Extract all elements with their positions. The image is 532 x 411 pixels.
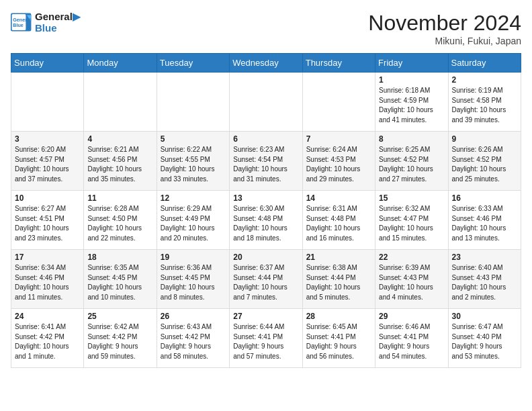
calendar-cell: 14Sunrise: 6:31 AM Sunset: 4:48 PM Dayli… (302, 191, 375, 250)
day-number: 19 (161, 253, 226, 262)
day-info: Sunrise: 6:20 AM Sunset: 4:57 PM Dayligh… (15, 145, 80, 184)
day-info: Sunrise: 6:42 AM Sunset: 4:42 PM Dayligh… (87, 322, 152, 361)
day-number: 11 (87, 193, 152, 203)
day-number: 8 (379, 134, 444, 144)
day-info: Sunrise: 6:22 AM Sunset: 4:55 PM Dayligh… (161, 145, 226, 184)
day-number: 10 (15, 193, 80, 203)
day-number: 3 (15, 134, 80, 144)
title-block: November 2024 Mikuni, Fukui, Japan (368, 11, 521, 46)
calendar-cell: 26Sunrise: 6:43 AM Sunset: 4:42 PM Dayli… (157, 309, 229, 368)
calendar-cell: 29Sunrise: 6:46 AM Sunset: 4:41 PM Dayli… (375, 309, 448, 368)
day-info: Sunrise: 6:19 AM Sunset: 4:58 PM Dayligh… (452, 86, 517, 125)
calendar-week-row: 10Sunrise: 6:27 AM Sunset: 4:51 PM Dayli… (11, 191, 521, 250)
svg-text:Blue: Blue (13, 22, 24, 28)
day-number: 5 (161, 134, 226, 144)
day-number: 1 (379, 75, 444, 85)
day-number: 28 (306, 312, 371, 321)
calendar-cell: 17Sunrise: 6:34 AM Sunset: 4:46 PM Dayli… (11, 250, 84, 309)
calendar-cell: 13Sunrise: 6:30 AM Sunset: 4:48 PM Dayli… (230, 191, 302, 250)
day-number: 6 (233, 134, 298, 144)
weekday-header: Tuesday (157, 54, 229, 73)
logo: General Blue General▶ Blue (11, 11, 81, 34)
calendar-cell: 30Sunrise: 6:47 AM Sunset: 4:40 PM Dayli… (448, 309, 521, 368)
calendar-cell: 10Sunrise: 6:27 AM Sunset: 4:51 PM Dayli… (11, 191, 84, 250)
day-number: 27 (233, 312, 298, 321)
calendar-cell: 28Sunrise: 6:45 AM Sunset: 4:41 PM Dayli… (302, 309, 375, 368)
location: Mikuni, Fukui, Japan (368, 36, 521, 46)
day-number: 23 (452, 253, 517, 262)
weekday-header: Saturday (448, 54, 521, 73)
weekday-header: Monday (84, 54, 157, 73)
day-info: Sunrise: 6:21 AM Sunset: 4:56 PM Dayligh… (87, 145, 152, 184)
day-info: Sunrise: 6:31 AM Sunset: 4:48 PM Dayligh… (306, 204, 371, 243)
day-number: 25 (87, 312, 152, 321)
day-info: Sunrise: 6:32 AM Sunset: 4:47 PM Dayligh… (379, 204, 444, 243)
calendar-cell: 27Sunrise: 6:44 AM Sunset: 4:41 PM Dayli… (230, 309, 302, 368)
day-info: Sunrise: 6:33 AM Sunset: 4:46 PM Dayligh… (452, 204, 517, 243)
day-info: Sunrise: 6:24 AM Sunset: 4:53 PM Dayligh… (306, 145, 371, 184)
day-info: Sunrise: 6:27 AM Sunset: 4:51 PM Dayligh… (15, 204, 80, 243)
calendar-week-row: 1Sunrise: 6:18 AM Sunset: 4:59 PM Daylig… (11, 73, 521, 132)
logo-text: General▶ Blue (35, 11, 81, 34)
day-number: 30 (452, 312, 517, 321)
day-info: Sunrise: 6:26 AM Sunset: 4:52 PM Dayligh… (452, 145, 517, 184)
calendar-cell: 4Sunrise: 6:21 AM Sunset: 4:56 PM Daylig… (84, 132, 157, 191)
calendar-cell: 11Sunrise: 6:28 AM Sunset: 4:50 PM Dayli… (84, 191, 157, 250)
calendar-cell: 15Sunrise: 6:32 AM Sunset: 4:47 PM Dayli… (375, 191, 448, 250)
month-title: November 2024 (368, 11, 521, 36)
day-number: 29 (379, 312, 444, 321)
day-info: Sunrise: 6:41 AM Sunset: 4:42 PM Dayligh… (15, 322, 80, 361)
day-number: 16 (452, 193, 517, 203)
calendar-header-row: SundayMondayTuesdayWednesdayThursdayFrid… (11, 54, 521, 73)
day-info: Sunrise: 6:29 AM Sunset: 4:49 PM Dayligh… (161, 204, 226, 243)
weekday-header: Wednesday (230, 54, 302, 73)
calendar-cell: 25Sunrise: 6:42 AM Sunset: 4:42 PM Dayli… (84, 309, 157, 368)
calendar-cell (84, 73, 157, 132)
calendar-cell: 5Sunrise: 6:22 AM Sunset: 4:55 PM Daylig… (157, 132, 229, 191)
calendar-cell: 19Sunrise: 6:36 AM Sunset: 4:45 PM Dayli… (157, 250, 229, 309)
day-number: 20 (233, 253, 298, 262)
day-info: Sunrise: 6:38 AM Sunset: 4:44 PM Dayligh… (306, 263, 371, 302)
calendar-cell: 7Sunrise: 6:24 AM Sunset: 4:53 PM Daylig… (302, 132, 375, 191)
calendar-week-row: 24Sunrise: 6:41 AM Sunset: 4:42 PM Dayli… (11, 309, 521, 368)
calendar-cell (302, 73, 375, 132)
day-info: Sunrise: 6:47 AM Sunset: 4:40 PM Dayligh… (452, 322, 517, 361)
day-info: Sunrise: 6:46 AM Sunset: 4:41 PM Dayligh… (379, 322, 444, 361)
day-info: Sunrise: 6:44 AM Sunset: 4:41 PM Dayligh… (233, 322, 298, 361)
day-number: 17 (15, 253, 80, 262)
day-info: Sunrise: 6:43 AM Sunset: 4:42 PM Dayligh… (161, 322, 226, 361)
calendar-cell: 21Sunrise: 6:38 AM Sunset: 4:44 PM Dayli… (302, 250, 375, 309)
calendar-cell: 22Sunrise: 6:39 AM Sunset: 4:43 PM Dayli… (375, 250, 448, 309)
day-number: 2 (452, 75, 517, 85)
day-info: Sunrise: 6:25 AM Sunset: 4:52 PM Dayligh… (379, 145, 444, 184)
calendar-cell: 8Sunrise: 6:25 AM Sunset: 4:52 PM Daylig… (375, 132, 448, 191)
weekday-header: Sunday (11, 54, 84, 73)
day-info: Sunrise: 6:39 AM Sunset: 4:43 PM Dayligh… (379, 263, 444, 302)
page-header: General Blue General▶ Blue November 2024… (11, 11, 521, 46)
calendar-cell: 18Sunrise: 6:35 AM Sunset: 4:45 PM Dayli… (84, 250, 157, 309)
day-number: 13 (233, 193, 298, 203)
calendar-cell (11, 73, 84, 132)
day-number: 14 (306, 193, 371, 203)
calendar-cell (157, 73, 229, 132)
day-number: 21 (306, 253, 371, 262)
calendar-cell: 2Sunrise: 6:19 AM Sunset: 4:58 PM Daylig… (448, 73, 521, 132)
calendar-cell: 3Sunrise: 6:20 AM Sunset: 4:57 PM Daylig… (11, 132, 84, 191)
weekday-header: Thursday (302, 54, 375, 73)
day-number: 22 (379, 253, 444, 262)
calendar: SundayMondayTuesdayWednesdayThursdayFrid… (11, 53, 521, 368)
day-info: Sunrise: 6:45 AM Sunset: 4:41 PM Dayligh… (306, 322, 371, 361)
day-info: Sunrise: 6:40 AM Sunset: 4:43 PM Dayligh… (452, 263, 517, 302)
calendar-cell: 1Sunrise: 6:18 AM Sunset: 4:59 PM Daylig… (375, 73, 448, 132)
day-info: Sunrise: 6:23 AM Sunset: 4:54 PM Dayligh… (233, 145, 298, 184)
day-info: Sunrise: 6:34 AM Sunset: 4:46 PM Dayligh… (15, 263, 80, 302)
day-info: Sunrise: 6:18 AM Sunset: 4:59 PM Dayligh… (379, 86, 444, 125)
day-number: 4 (87, 134, 152, 144)
day-number: 15 (379, 193, 444, 203)
day-number: 7 (306, 134, 371, 144)
calendar-cell: 24Sunrise: 6:41 AM Sunset: 4:42 PM Dayli… (11, 309, 84, 368)
day-info: Sunrise: 6:28 AM Sunset: 4:50 PM Dayligh… (87, 204, 152, 243)
calendar-week-row: 3Sunrise: 6:20 AM Sunset: 4:57 PM Daylig… (11, 132, 521, 191)
calendar-cell: 6Sunrise: 6:23 AM Sunset: 4:54 PM Daylig… (230, 132, 302, 191)
day-number: 18 (87, 253, 152, 262)
